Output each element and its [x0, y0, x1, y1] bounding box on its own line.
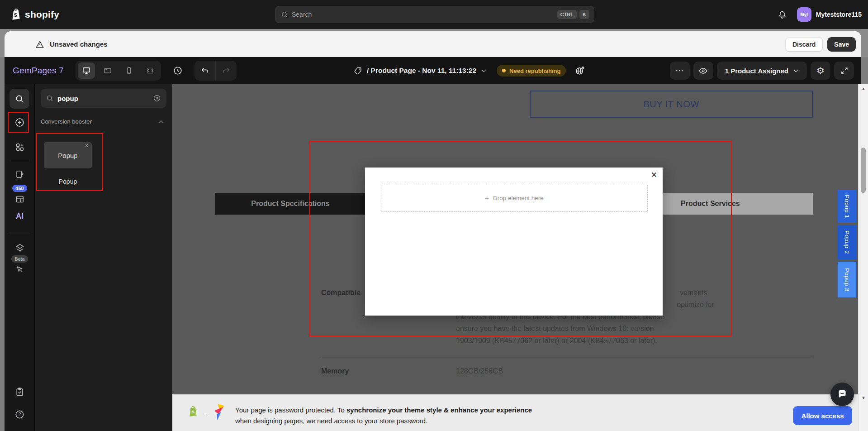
tablet-icon — [103, 66, 112, 75]
allow-access-button[interactable]: Allow access — [793, 406, 852, 425]
popup-3-tab[interactable]: Popup 3 — [838, 262, 856, 297]
clear-search-icon[interactable] — [153, 94, 161, 102]
close-icon[interactable]: × — [85, 143, 88, 149]
search-icon — [46, 95, 53, 102]
chevron-down-icon[interactable] — [481, 68, 487, 74]
buy-it-now-button[interactable]: BUY IT NOW — [530, 91, 813, 118]
kbd-k: K — [579, 10, 589, 19]
chat-bubble-icon — [836, 388, 848, 400]
element-search-input[interactable] — [57, 95, 153, 102]
cursor-click-icon — [15, 264, 24, 274]
popup-modal: ✕ + Drop element here — [365, 168, 663, 316]
sidebar-layers-button[interactable] — [5, 243, 35, 253]
gempages-logo-icon — [212, 403, 226, 422]
need-republishing-badge: Need republishing — [497, 65, 566, 77]
device-desktop-button[interactable] — [78, 62, 95, 79]
spec-memory-value: 128GB/256GB — [456, 367, 503, 375]
shopify-topbar: S shopify CTRL K Myt Myteststore115 — [0, 0, 868, 29]
sidebar-checklist-button[interactable] — [5, 387, 35, 397]
popup-2-tab[interactable]: Popup 2 — [838, 225, 856, 259]
history-button[interactable] — [173, 66, 183, 76]
gear-icon: ⚙ — [816, 66, 825, 75]
store-name: Myteststore115 — [816, 11, 862, 18]
editor-sidebar: 450 AI ✦ Beta — [5, 84, 35, 431]
tab-product-specifications[interactable]: Product Specifications — [215, 193, 365, 215]
scroll-up-icon[interactable]: ▴ — [859, 86, 868, 91]
spec-text-fragment: optimize for — [677, 301, 714, 309]
template-layout-icon — [15, 194, 25, 204]
sidebar-search-button[interactable] — [9, 89, 29, 109]
layers-icon — [15, 243, 25, 253]
page-canvas: BUY IT NOW Product Specifications Produc… — [172, 84, 858, 394]
desktop-icon — [82, 66, 91, 75]
publish-site-button[interactable] — [575, 66, 585, 76]
right-gutter — [861, 57, 868, 84]
chat-launcher[interactable] — [830, 383, 854, 406]
settings-button[interactable]: ⚙ — [811, 62, 830, 80]
more-options-button[interactable]: ⋯ — [670, 62, 690, 80]
password-notice-bar: S → Your page is password protected. To … — [172, 394, 858, 431]
sidebar-theme-button[interactable] — [5, 169, 35, 179]
spec-text-line: ensure you have the latest updates from … — [456, 325, 654, 333]
section-conversion-booster[interactable]: Conversion booster — [41, 118, 92, 125]
shopify-bag-icon: S — [187, 405, 199, 418]
scroll-down-icon[interactable]: ▾ — [859, 395, 868, 401]
device-responsive-button[interactable] — [142, 62, 159, 79]
discard-button[interactable]: Discard — [785, 37, 823, 52]
spec-divider — [321, 357, 813, 357]
chevron-up-icon[interactable] — [158, 119, 164, 125]
undo-button[interactable] — [194, 61, 215, 81]
globe-arrow-icon — [575, 66, 585, 76]
drop-element-zone[interactable]: + Drop element here — [381, 184, 648, 212]
sidebar-blocks-button[interactable] — [5, 142, 35, 152]
sidebar-templates-button[interactable] — [5, 194, 35, 204]
unsaved-changes-bar: Unsaved changes Discard Save — [5, 31, 861, 57]
search-icon — [15, 94, 24, 103]
spec-memory-label: Memory — [321, 367, 349, 375]
spec-text-line: 1903/1909 (KB4577062 or later) or 2004 (… — [456, 337, 657, 345]
clock-icon — [173, 66, 183, 76]
drop-hint-label: Drop element here — [493, 195, 544, 201]
account-menu[interactable]: Myt Myteststore115 — [797, 7, 862, 22]
page-title-dropdown[interactable]: / Product Page - Nov 11, 11:13:22 — [367, 67, 476, 75]
tab-product-services[interactable]: Product Services — [663, 193, 813, 215]
sidebar-interactions-button[interactable] — [5, 264, 35, 274]
notice-line-2: when designing pages, we need access to … — [235, 417, 427, 425]
eye-icon — [698, 66, 708, 76]
sidebar-add-element-button[interactable] — [5, 117, 35, 128]
redo-button[interactable] — [216, 61, 237, 81]
elements-panel: Conversion booster Popup × Popup — [35, 84, 172, 431]
plus-circle-icon — [14, 117, 25, 128]
notice-text-bold: synchronize your theme style & enhance y… — [346, 406, 532, 414]
svg-text:S: S — [191, 409, 194, 414]
fullscreen-button[interactable] — [834, 62, 854, 80]
spec-compatible-label: Compatible — [321, 289, 360, 297]
notifications-bell-icon[interactable] — [778, 10, 787, 19]
theme-swatch-icon — [15, 169, 25, 179]
product-assigned-dropdown[interactable]: 1 Product Assigned — [717, 62, 807, 80]
warning-icon — [35, 40, 44, 49]
popup-element-card[interactable]: Popup × — [44, 142, 92, 168]
notice-text-normal: Your page is password protected. To — [235, 406, 346, 414]
shopify-logo: S shopify — [10, 8, 59, 21]
device-tablet-button[interactable] — [99, 62, 116, 79]
popup-1-tab[interactable]: Popup 1 — [838, 190, 856, 223]
sidebar-help-button[interactable]: ? — [5, 409, 35, 420]
global-search-input[interactable] — [292, 11, 555, 18]
search-icon — [281, 11, 288, 18]
global-search[interactable]: CTRL K — [275, 6, 594, 23]
device-mobile-button[interactable] — [120, 62, 138, 79]
undo-redo-group — [194, 61, 237, 81]
beta-badge: Beta — [5, 255, 35, 263]
shopify-bag-icon: S — [10, 8, 22, 21]
sidebar-ai-button[interactable]: AI ✦ — [5, 212, 35, 221]
scrollbar-thumb[interactable] — [861, 148, 866, 193]
product-assigned-label: 1 Product Assigned — [725, 67, 788, 75]
canvas-scrollbar[interactable]: ▴ ▾ — [858, 84, 868, 431]
modal-close-icon[interactable]: ✕ — [651, 170, 657, 180]
preview-button[interactable] — [693, 62, 713, 80]
popup-card-title: Popup — [58, 152, 77, 159]
element-search[interactable] — [41, 89, 166, 108]
resize-icon — [146, 66, 155, 75]
save-button[interactable]: Save — [827, 37, 856, 52]
